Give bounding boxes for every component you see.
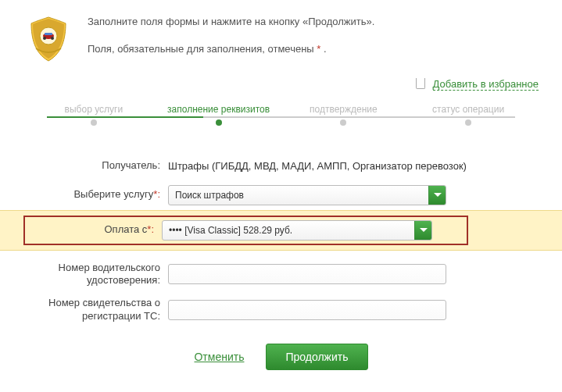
step-fill-details: заполнение реквизитов xyxy=(156,104,281,119)
service-row: Выберите услугу*: Поиск штрафов xyxy=(0,180,562,210)
header-text: Заполните поля формы и нажмите на кнопку… xyxy=(88,14,539,69)
cancel-link[interactable]: Отменить xyxy=(194,351,244,363)
required-note: Поля, обязательные для заполнения, отмеч… xyxy=(88,41,539,58)
progress-steps: выбор услуги заполнение реквизитов подтв… xyxy=(0,98,562,137)
recipient-value: Штрафы (ГИБДД, МВД, МАДИ, АМПП, Организа… xyxy=(168,160,539,172)
pay-from-select[interactable]: •••• [Visa Classic] 528.29 руб. xyxy=(162,220,432,241)
header: Заполните поля формы и нажмите на кнопку… xyxy=(0,0,562,77)
license-row: Номер водительского удостоверения: xyxy=(0,257,562,293)
license-input[interactable] xyxy=(168,264,446,284)
step-status: статус операции xyxy=(406,104,531,119)
svg-point-4 xyxy=(51,37,54,40)
registration-row: Номер свидетельства о регистрации ТС: xyxy=(0,292,562,328)
pay-from-label: Оплата с*: xyxy=(30,223,162,237)
recipient-label: Получатель: xyxy=(23,159,168,173)
add-to-favorites-link[interactable]: Добавить в избранное xyxy=(433,78,539,91)
chevron-down-icon xyxy=(414,221,431,240)
recipient-row: Получатель: Штрафы (ГИБДД, МВД, МАДИ, АМ… xyxy=(0,152,562,180)
instruction-text: Заполните поля формы и нажмите на кнопку… xyxy=(88,14,539,30)
service-label: Выберите услугу*: xyxy=(23,188,168,201)
continue-button[interactable]: Продолжить xyxy=(266,344,367,370)
pay-from-value: •••• [Visa Classic] 528.29 руб. xyxy=(163,225,414,236)
actions-row: Отменить Продолжить xyxy=(0,328,562,370)
service-select-value: Поиск штрафов xyxy=(169,190,428,201)
agency-badge-icon xyxy=(23,14,73,64)
pay-from-row: Оплата с*: •••• [Visa Classic] 528.29 ру… xyxy=(0,210,562,251)
chevron-down-icon xyxy=(428,186,446,205)
bookmark-icon xyxy=(416,78,425,89)
svg-rect-2 xyxy=(45,33,52,35)
step-confirm: подтверждение xyxy=(281,104,406,119)
favorites-row: Добавить в избранное xyxy=(0,77,562,98)
step-choose-service: выбор услуги xyxy=(31,104,156,119)
registration-label: Номер свидетельства о регистрации ТС: xyxy=(23,297,168,323)
registration-input[interactable] xyxy=(168,300,446,320)
service-select[interactable]: Поиск штрафов xyxy=(168,185,446,205)
license-label: Номер водительского удостоверения: xyxy=(23,262,168,288)
svg-point-3 xyxy=(43,37,46,40)
